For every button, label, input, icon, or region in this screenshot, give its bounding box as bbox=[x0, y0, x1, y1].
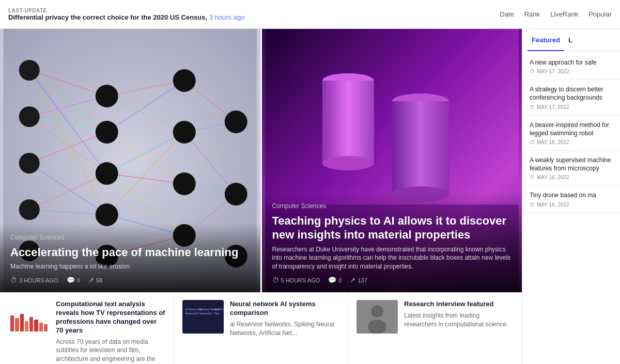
card1-comments-item: 💬 0 bbox=[67, 276, 80, 284]
sidebar-tabs: Featured L bbox=[522, 29, 620, 51]
last-update-label: LAST UPDATE bbox=[8, 8, 244, 13]
nav-item-rank[interactable]: Rank bbox=[524, 10, 540, 18]
last-update-text: Differential privacy the correct choice … bbox=[8, 13, 205, 21]
header-nav: DateRankLiveRankPopular bbox=[500, 10, 612, 18]
card1-time-item: ⏱ 3 HOURS AGO bbox=[10, 276, 58, 284]
share-icon-2: ↗ bbox=[350, 276, 355, 284]
sidebar-item-3-title: A beaver-inspired method for legged swim… bbox=[530, 121, 613, 137]
card1-desc: Machine learning happens a lot like eros… bbox=[10, 262, 250, 271]
last-update-section: LAST UPDATE Differential privacy the cor… bbox=[8, 8, 244, 21]
sidebar-item-1-date: ⏱ MAY 17, 2022 bbox=[530, 69, 613, 74]
content-area: Computer Sciences Accelerating the pace … bbox=[0, 29, 522, 364]
svg-point-45 bbox=[173, 172, 196, 195]
card2-comments: 0 bbox=[338, 277, 342, 283]
sidebar-item-5-title: Tiny drone based on ma bbox=[530, 191, 613, 199]
bottom-item-1-title: Computational text analysis reveals how … bbox=[56, 300, 165, 335]
card2-time-item: ⏱ 5 HOURS AGO bbox=[272, 276, 320, 284]
card2-title: Teaching physics to AI allows it to disc… bbox=[272, 214, 512, 242]
card2-meta: ⏱ 5 HOURS AGO 💬 0 ↗ 137 bbox=[272, 276, 512, 284]
svg-point-40 bbox=[96, 162, 118, 185]
bottom-item-3-text: Research interview featured Latest insig… bbox=[404, 300, 514, 328]
card2-overlay: Computer Sciences Teaching physics to AI… bbox=[262, 192, 522, 292]
bottom-item-3[interactable]: Research interview featured Latest insig… bbox=[348, 293, 522, 364]
bottom-item-1-text: Computational text analysis reveals how … bbox=[56, 300, 165, 364]
clock-icon-2: ⏱ bbox=[272, 276, 279, 284]
clock-icon-s5: ⏱ bbox=[530, 202, 535, 208]
card1-overlay: Computer Sciences Accelerating the pace … bbox=[0, 224, 260, 292]
svg-rect-55 bbox=[392, 101, 448, 194]
card2-shares-item: ↗ 137 bbox=[350, 276, 367, 284]
svg-point-69 bbox=[368, 320, 386, 334]
sidebar-item-4[interactable]: A weakly supervised machine features fro… bbox=[522, 151, 620, 186]
svg-point-35 bbox=[19, 153, 40, 173]
sidebar-item-2-date: ⏱ MAY 17, 2022 bbox=[530, 104, 613, 110]
svg-point-33 bbox=[19, 60, 40, 81]
tab-other[interactable]: L bbox=[564, 29, 577, 51]
card1-category: Computer Sciences bbox=[10, 234, 250, 241]
svg-point-36 bbox=[19, 199, 40, 220]
sidebar-item-3[interactable]: A beaver-inspired method for legged swim… bbox=[522, 116, 620, 151]
featured-row: Computer Sciences Accelerating the pace … bbox=[0, 29, 522, 292]
svg-point-48 bbox=[225, 183, 247, 205]
card2-comments-item: 💬 0 bbox=[328, 276, 342, 284]
svg-text:Artificial: Artificial bbox=[214, 308, 224, 311]
bottom-item-3-desc: Latest insights from leading researchers… bbox=[404, 311, 514, 329]
card1-time: 3 HOURS AGO bbox=[19, 277, 58, 283]
svg-text:Networks: Networks bbox=[199, 312, 212, 315]
sidebar-item-3-date: ⏱ MAY 16, 2022 bbox=[530, 139, 613, 145]
card-physics[interactable]: Computer Sciences Teaching physics to AI… bbox=[262, 29, 522, 292]
bottom-thumb-neural: al Reservoir Networks Spiking Neural Net… bbox=[182, 300, 224, 334]
bottom-item-2-title: Neural network AI systems comparison bbox=[230, 300, 339, 318]
clock-icon-s1: ⏱ bbox=[530, 69, 535, 74]
bottom-item-2-text: Neural network AI systems comparison al … bbox=[230, 300, 339, 337]
header-bar: LAST UPDATE Differential privacy the cor… bbox=[0, 0, 620, 29]
card1-title: Accelerating the pace of machine learnin… bbox=[10, 245, 250, 260]
card1-meta: ⏱ 3 HOURS AGO 💬 0 ↗ 58 bbox=[10, 276, 250, 284]
sidebar-item-5[interactable]: Tiny drone based on ma ⏱ MAY 16, 2022 bbox=[522, 186, 620, 213]
main-layout: Computer Sciences Accelerating the pace … bbox=[0, 29, 620, 364]
svg-text:Net...: Net... bbox=[214, 312, 222, 315]
nav-item-date[interactable]: Date bbox=[500, 10, 514, 18]
sidebar-item-1[interactable]: A new approach for safe ⏱ MAY 17, 2022 bbox=[522, 53, 620, 80]
bottom-thumb-person bbox=[357, 300, 398, 334]
last-update-time: 3 hours ago bbox=[209, 13, 245, 21]
svg-rect-58 bbox=[182, 300, 224, 334]
sidebar-items-list: A new approach for safe ⏱ MAY 17, 2022 A… bbox=[522, 51, 620, 215]
svg-point-68 bbox=[371, 305, 383, 318]
sidebar-item-4-date: ⏱ MAY 16, 2022 bbox=[530, 175, 613, 180]
svg-point-41 bbox=[96, 203, 118, 226]
card2-desc: Researchers at Duke University have demo… bbox=[272, 245, 512, 271]
sidebar-item-4-title: A weakly supervised machine features fro… bbox=[530, 156, 613, 172]
sidebar-item-1-title: A new approach for safe bbox=[530, 58, 613, 67]
sidebar-item-5-date: ⏱ MAY 16, 2022 bbox=[530, 202, 613, 208]
bottom-item-1-desc: Across 70 years of data on media subtitl… bbox=[56, 338, 165, 364]
nav-item-popular[interactable]: Popular bbox=[588, 10, 612, 18]
bottom-item-2-desc: al Reservoir Networks, Spiking Neural Ne… bbox=[230, 320, 339, 338]
clock-icon: ⏱ bbox=[10, 276, 17, 284]
right-sidebar: Featured L A new approach for safe ⏱ MAY… bbox=[522, 29, 620, 364]
clock-icon-s2: ⏱ bbox=[530, 104, 535, 110]
nav-item-liverank[interactable]: LiveRank bbox=[550, 10, 578, 18]
svg-point-43 bbox=[173, 69, 196, 92]
bottom-row: Computational text analysis reveals how … bbox=[0, 292, 522, 364]
svg-rect-52 bbox=[322, 81, 374, 163]
bottom-item-2[interactable]: al Reservoir Networks Spiking Neural Net… bbox=[174, 293, 348, 364]
comment-icon: 💬 bbox=[67, 276, 75, 284]
sidebar-item-2-date-text: MAY 17, 2022 bbox=[537, 104, 569, 110]
svg-point-53 bbox=[322, 156, 374, 170]
share-icon: ↗ bbox=[88, 276, 94, 284]
tab-featured[interactable]: Featured bbox=[528, 29, 564, 51]
card-accelerating[interactable]: Computer Sciences Accelerating the pace … bbox=[0, 29, 262, 292]
svg-point-44 bbox=[173, 121, 196, 144]
sidebar-item-2[interactable]: A strategy to discern better conferencin… bbox=[522, 80, 620, 115]
svg-point-34 bbox=[19, 106, 40, 127]
bottom-thumb-chart bbox=[8, 300, 50, 334]
card2-time: 5 HOURS AGO bbox=[281, 277, 320, 283]
svg-point-39 bbox=[96, 121, 118, 144]
bottom-item-1[interactable]: Computational text analysis reveals how … bbox=[0, 293, 174, 364]
sidebar-item-2-title: A strategy to discern better conferencin… bbox=[530, 85, 613, 102]
sidebar-item-5-date-text: MAY 16, 2022 bbox=[537, 202, 569, 208]
bottom-item-3-title: Research interview featured bbox=[404, 300, 514, 309]
last-update-title: Differential privacy the correct choice … bbox=[8, 13, 244, 21]
svg-point-47 bbox=[225, 110, 247, 133]
